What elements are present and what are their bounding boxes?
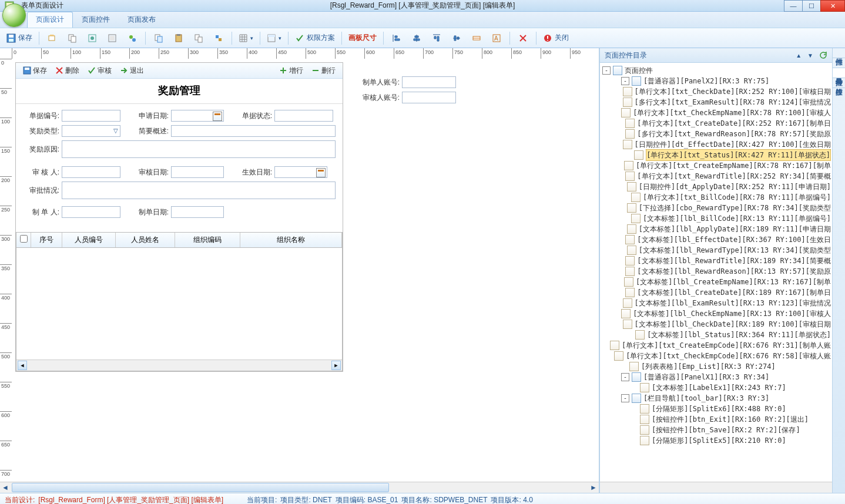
close-button[interactable]: ✕: [820, 0, 845, 12]
tool-btn-4[interactable]: [103, 31, 122, 45]
align-1[interactable]: [387, 31, 406, 45]
align-4[interactable]: [447, 31, 466, 45]
tree-node[interactable]: [单行文本][txt_CreateEmpName][RX:78 RY:167][…: [602, 160, 831, 171]
collapse-icon[interactable]: -: [621, 394, 629, 402]
tree-node[interactable]: [多行文本][txt_RewardReason][RX:78 RY:57][奖励…: [602, 129, 831, 139]
tree-node[interactable]: [单行文本][txt_CheckDate][RX:252 RY:100][审核日…: [602, 86, 831, 97]
minimize-button[interactable]: —: [784, 0, 803, 12]
tool-btn-3[interactable]: [83, 31, 102, 45]
refresh-icon[interactable]: [819, 51, 827, 59]
input-reward-type[interactable]: ▽: [62, 125, 120, 137]
input-bill-code[interactable]: [62, 110, 120, 122]
app-orb[interactable]: [2, 4, 26, 27]
input-create-emp[interactable]: [62, 206, 120, 218]
tree-node[interactable]: [文本标签][lbl_CreateEmpName][RX:13 RY:167][…: [602, 277, 831, 287]
collapse-icon[interactable]: -: [602, 66, 611, 75]
input-create-emp-code[interactable]: [402, 76, 456, 88]
tool-btn-5[interactable]: [123, 31, 142, 45]
tree-node[interactable]: [多行文本][txt_ExamResult][RX:78 RY:124][审批情…: [602, 97, 831, 107]
collapse-icon[interactable]: -: [621, 373, 629, 381]
col-org-name[interactable]: 组织名称: [240, 233, 342, 247]
delete-button[interactable]: [514, 31, 532, 45]
tree-node[interactable]: [文本标签][lbl_ApplyDate][RX:189 RY:11][申请日期: [602, 224, 831, 234]
side-tab-datasource[interactable]: 数据输出: [833, 58, 845, 68]
tree-node[interactable]: [文本标签][lbl_CheckDate][RX:189 RY:100][审核日…: [602, 319, 831, 330]
tree-node[interactable]: [日期控件][dt_EffectDate][RX:427 RY:100][生效日…: [602, 139, 831, 150]
input-apply-date[interactable]: [171, 110, 224, 122]
tree-node[interactable]: [单行文本][txt_Status][RX:427 RY:11][单据状态]: [602, 150, 831, 160]
input-check-date[interactable]: [171, 166, 224, 178]
side-tab-properties[interactable]: 控件属性: [833, 48, 845, 58]
tree-node[interactable]: [文本标签][LabelEx1][RX:243 RY:7]: [602, 382, 831, 393]
side-tab-template[interactable]: 控件模版: [833, 78, 845, 88]
form-canvas[interactable]: 保存 删除 审核 退出 增行 删行 奖励管理 单据编号: 申请日期:: [15, 62, 343, 372]
align-5[interactable]: [467, 31, 486, 45]
close-design-button[interactable]: 关闭: [540, 31, 572, 45]
tool-copy[interactable]: [149, 31, 168, 45]
tool-btn-2[interactable]: [63, 31, 82, 45]
input-check-emp[interactable]: [62, 166, 120, 178]
emp-list-grid[interactable]: 序号 人员编号 人员姓名 组织编码 组织名称 ◄ ►: [16, 232, 343, 371]
save-button[interactable]: 保存: [4, 31, 35, 45]
tab-page-publish[interactable]: 页面发布: [119, 12, 165, 28]
tree-node[interactable]: [单行文本][txt_CreateEmpCode][RX:676 RY:31][…: [602, 340, 831, 351]
tab-page-design[interactable]: 页面设计: [27, 12, 73, 28]
collapse-up-icon[interactable]: ▲: [796, 52, 802, 59]
tree-node[interactable]: [单行文本][txt_CheckEmpName][RX:78 RY:100][审…: [602, 107, 831, 118]
tree-node[interactable]: [文本标签][lbl_EffectDate][RX:367 RY:100][生效…: [602, 234, 831, 245]
tree-node[interactable]: [文本标签][lbl_BillCode][RX:13 RY:11][单据编号]: [602, 213, 831, 224]
canvas-size-button[interactable]: 画板尺寸: [346, 31, 380, 45]
design-hscrollbar[interactable]: ◄ ►: [0, 482, 599, 493]
col-org-code[interactable]: 组织编码: [175, 233, 240, 247]
scroll-left-icon[interactable]: ◄: [18, 361, 27, 370]
tool-layout-dropdown[interactable]: ▾: [264, 31, 284, 45]
tree-node[interactable]: [列表表格][Emp_List][RX:3 RY:274]: [602, 361, 831, 372]
tool-btn-1[interactable]: [43, 31, 62, 45]
align-3[interactable]: [427, 31, 446, 45]
design-surface[interactable]: 0501001502002503003504004505005506006507…: [0, 48, 599, 493]
tool-btn-9[interactable]: [209, 31, 228, 45]
input-reward-reason[interactable]: [62, 140, 336, 158]
tab-page-controls[interactable]: 页面控件: [73, 12, 119, 28]
form-exit-button[interactable]: 退出: [116, 65, 147, 77]
tree-node[interactable]: [文本标签][lbl_RewardType][RX:13 RY:34][奖励类型: [602, 245, 831, 256]
grid-scrollbar[interactable]: ◄ ►: [16, 359, 342, 371]
form-addrow-button[interactable]: 增行: [276, 65, 307, 77]
tree-node[interactable]: -[普通容器][PanelX2][RX:3 RY:75]: [602, 76, 831, 86]
form-delete-button[interactable]: 删除: [52, 65, 83, 77]
tree-node[interactable]: [按钮控件][btn_Exit][RX:160 RY:2][退出]: [602, 414, 831, 425]
form-save-button[interactable]: 保存: [19, 65, 51, 77]
tree-node[interactable]: [单行文本][txt_CreateDate][RX:252 RY:167][制单…: [602, 118, 831, 129]
input-create-date[interactable]: [171, 206, 224, 218]
col-emp-code[interactable]: 人员编号: [62, 233, 116, 247]
grid-check-all[interactable]: [20, 235, 28, 243]
input-effect-date[interactable]: [274, 166, 327, 178]
tree-node[interactable]: -页面控件: [602, 65, 831, 76]
form-delrow-button[interactable]: 删行: [308, 65, 339, 77]
tree-node[interactable]: [文本标签][lbl_CreateDate][RX:189 RY:167][制单…: [602, 287, 831, 298]
tool-grid-dropdown[interactable]: ▾: [236, 31, 256, 45]
permission-button[interactable]: 权限方案: [292, 31, 338, 45]
form-audit-button[interactable]: 审核: [84, 65, 115, 77]
col-seq[interactable]: 序号: [31, 233, 62, 247]
input-exam-result[interactable]: [62, 182, 336, 199]
expand-down-icon[interactable]: ▼: [807, 52, 813, 59]
align-6[interactable]: A: [487, 31, 506, 45]
control-tree[interactable]: -页面控件-[普通容器][PanelX2][RX:3 RY:75][单行文本][…: [600, 63, 832, 448]
tree-node[interactable]: -[栏目导航][tool_bar][RX:3 RY:3]: [602, 393, 831, 404]
collapse-icon[interactable]: -: [621, 77, 629, 85]
align-2[interactable]: [407, 31, 426, 45]
tool-cut[interactable]: [189, 31, 208, 45]
tree-node[interactable]: [分隔矩形][SplitEx6][RX:488 RY:0]: [602, 404, 831, 414]
tree-node[interactable]: [单行文本][txt_RewardTitle][RX:252 RY:34][简要…: [602, 171, 831, 182]
tree-node[interactable]: [文本标签][lbl_CheckEmpName][RX:13 RY:100][审…: [602, 308, 831, 319]
side-tab-directory[interactable]: 控件目录: [833, 68, 845, 78]
scroll-right-icon[interactable]: ►: [331, 361, 341, 370]
maximize-button[interactable]: ☐: [802, 0, 821, 12]
tree-node[interactable]: [文本标签][lbl_RewardReason][RX:13 RY:57][奖励…: [602, 266, 831, 277]
tree-node[interactable]: -[普通容器][PanelX1][RX:3 RY:34]: [602, 372, 831, 382]
tree-node[interactable]: [按钮控件][btn_Save][RX:2 RY:2][保存]: [602, 425, 831, 435]
tree-node[interactable]: [下拉选择][cbo_RewardType][RX:78 RY:34][奖励类型: [602, 203, 831, 213]
tree-node[interactable]: [文本标签][lbl_Status][RX:364 RY:11][单据状态]: [602, 330, 831, 340]
tree-node[interactable]: [文本标签][lbl_ExamResult][RX:13 RY:123][审批情…: [602, 298, 831, 308]
